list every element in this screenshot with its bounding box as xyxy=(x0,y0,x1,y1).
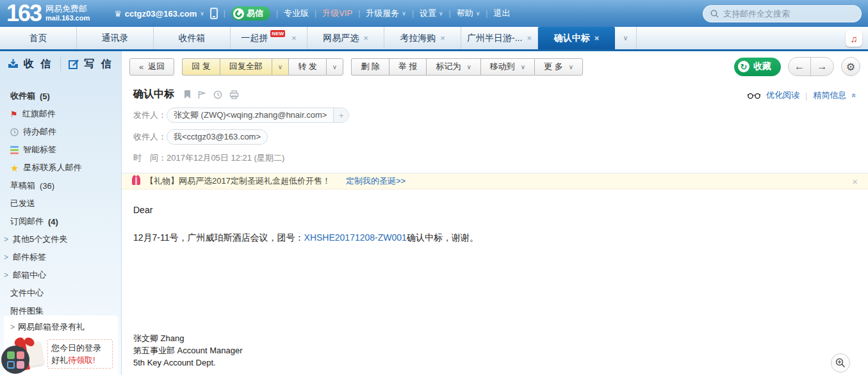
toolbar-right: ↻收藏 ← → ⚙ xyxy=(734,57,860,76)
delete-button[interactable]: 删 除 xyxy=(351,58,389,76)
tab-kaola[interactable]: 考拉海购× xyxy=(384,27,461,49)
previous-mail-button[interactable]: ← xyxy=(789,58,811,76)
folder-sent[interactable]: 已发送 xyxy=(0,195,121,213)
top-menu: 专业版 | 升级VIP | 升级服务∨ | 设置∨ | 帮助∨ | 退出 xyxy=(284,8,510,19)
yixin-label: 易信 xyxy=(247,8,263,19)
close-icon[interactable]: × xyxy=(440,33,445,43)
tab-inbox[interactable]: 收件箱 xyxy=(154,27,231,49)
header-links: 优化阅读 | 精简信息 « xyxy=(748,90,856,101)
next-mail-button[interactable]: → xyxy=(811,58,833,76)
tab-guangzhou-tour[interactable]: 广州半日游-...× xyxy=(461,27,538,49)
sidebar: 收 信 写 信 收件箱(5) ⚑红旗邮件 待办邮件 智能标签 ★星标联系人邮件 … xyxy=(0,51,122,375)
ad-link[interactable]: 定制我的圣诞>> xyxy=(346,175,405,187)
to-row: 收件人： 我<cctgz03@163.com> xyxy=(133,129,856,145)
mark-as-button[interactable]: 标记为 xyxy=(426,58,480,76)
sender-pill[interactable]: 张文卿 (ZWQ)<wqing.zhang@hnair.com> + xyxy=(167,108,349,123)
compose-pencil-icon xyxy=(69,59,79,69)
tab-yiqipin[interactable]: 一起拼NEW× xyxy=(231,27,307,49)
group-number-link[interactable]: XHSHE20171208-ZW001 xyxy=(304,232,407,243)
tab-contacts[interactable]: 通讯录 xyxy=(77,27,154,49)
mobile-phone-icon[interactable] xyxy=(210,8,218,19)
close-icon[interactable]: × xyxy=(291,33,297,43)
tab-home[interactable]: 首页 xyxy=(0,27,77,49)
menu-item-upgrade-services[interactable]: 升级服务∨ xyxy=(366,8,406,19)
star-icon: ★ xyxy=(10,163,19,173)
tab-confirm-bid-active[interactable]: 确认中标× xyxy=(538,27,615,49)
divider: | xyxy=(805,91,807,100)
clock-icon[interactable] xyxy=(213,90,222,99)
promo-text[interactable]: 您今日的登录 好礼待领取! xyxy=(47,339,113,369)
move-to-button[interactable]: 移动到 xyxy=(480,58,534,76)
prev-next-nav: ← → xyxy=(788,57,834,76)
netease-163-logo[interactable]: 163 网易免费邮 mail.163.com xyxy=(6,2,90,25)
forward-dropdown[interactable]: ∨ xyxy=(326,58,343,76)
add-contact-button[interactable]: + xyxy=(333,108,348,122)
recipient-pill[interactable]: 我<cctgz03@163.com> xyxy=(167,129,268,145)
folder-other-folders[interactable]: >其他5个文件夹 xyxy=(0,230,121,248)
folder-mail-tags[interactable]: >邮件标签 xyxy=(0,248,121,266)
compose-mail-button[interactable]: 写 信 xyxy=(61,51,121,77)
crown-icon: ♛ xyxy=(114,9,122,19)
tab-list-dropdown[interactable]: ∨ xyxy=(615,27,637,49)
folder-todo[interactable]: 待办邮件 xyxy=(0,123,121,141)
tab-yanxuan[interactable]: 网易严选× xyxy=(307,27,384,49)
signature-line: 第五事业部 Account Manager xyxy=(133,344,856,357)
account-email: cctgz03@163.com xyxy=(125,9,197,19)
optimize-reading-link[interactable]: 优化阅读 xyxy=(766,90,799,101)
topbar: 163 网易免费邮 mail.163.com ♛ cctgz03@163.com… xyxy=(0,0,868,27)
menu-item-settings[interactable]: 设置∨ xyxy=(420,8,443,19)
menu-item-logout[interactable]: 退出 xyxy=(493,8,510,19)
reply-all-button[interactable]: 回复全部 xyxy=(220,58,272,76)
forward-button[interactable]: 转 发 xyxy=(288,58,326,76)
red-flag-icon: ⚑ xyxy=(10,110,18,118)
close-icon[interactable]: × xyxy=(363,33,368,43)
chevron-right-icon: > xyxy=(4,253,8,262)
folder-red-flag[interactable]: ⚑红旗邮件 xyxy=(0,105,121,123)
back-button[interactable]: 返回 xyxy=(129,58,174,76)
reply-forward-group: 回 复 回复全部 ∨ 转 发 ∨ xyxy=(182,58,343,76)
folder-file-center[interactable]: 文件中心 xyxy=(0,284,121,302)
folder-mail-center[interactable]: >邮箱中心 xyxy=(0,266,121,284)
favorite-button[interactable]: ↻收藏 xyxy=(734,58,781,76)
menu-item-upgrade-vip[interactable]: 升级VIP xyxy=(322,8,352,19)
close-icon[interactable]: × xyxy=(527,33,532,43)
chevron-down-icon: ∨ xyxy=(439,10,443,17)
close-icon[interactable]: × xyxy=(594,33,600,43)
main-area: 收 信 写 信 收件箱(5) ⚑红旗邮件 待办邮件 智能标签 ★星标联系人邮件 … xyxy=(0,51,868,375)
reading-settings-button[interactable]: ⚙ xyxy=(841,57,860,76)
menu-item-pro[interactable]: 专业版 xyxy=(284,8,309,19)
folder-subscriptions[interactable]: 订阅邮件(4) xyxy=(0,213,121,230)
printer-icon[interactable] xyxy=(229,90,239,99)
close-icon[interactable]: × xyxy=(852,176,858,187)
bookmark-icon[interactable] xyxy=(184,90,190,99)
folder-inbox[interactable]: 收件箱(5) xyxy=(0,87,121,105)
app-grid-dot xyxy=(7,361,15,369)
more-button[interactable]: 更 多 xyxy=(534,58,583,76)
app-grid-widget[interactable] xyxy=(1,346,29,374)
search-input[interactable] xyxy=(723,9,854,19)
folder-list: 收件箱(5) ⚑红旗邮件 待办邮件 智能标签 ★星标联系人邮件 草稿箱(36) … xyxy=(0,87,121,320)
promo-title[interactable]: >网易邮箱登录有礼 xyxy=(10,321,113,333)
zoom-in-button[interactable] xyxy=(831,353,850,373)
logo-brand: 网易免费邮 xyxy=(45,4,90,14)
reply-button[interactable]: 回 复 xyxy=(182,58,220,76)
recipient-address: 我<cctgz03@163.com> xyxy=(167,130,267,144)
flag-icon[interactable] xyxy=(197,90,206,99)
mail-toolbar: 返回 回 复 回复全部 ∨ 转 发 ∨ 删 除 举 报 标记为 移动到 更 多 … xyxy=(122,51,868,81)
folder-starred-contacts[interactable]: ★星标联系人邮件 xyxy=(0,159,121,177)
music-player-button[interactable]: ♫ xyxy=(846,30,862,47)
report-button[interactable]: 举 报 xyxy=(389,58,427,76)
signature-line: 张文卿 Zhang xyxy=(133,332,856,344)
menu-item-help[interactable]: 帮助∨ xyxy=(457,8,480,19)
chevron-up-double-icon[interactable]: « xyxy=(850,93,859,98)
yixin-button[interactable]: 易信 xyxy=(231,6,270,20)
gift-icon xyxy=(132,177,140,185)
reply-all-dropdown[interactable]: ∨ xyxy=(272,58,288,76)
mail-search-box[interactable] xyxy=(703,5,862,22)
account-menu[interactable]: ♛ cctgz03@163.com ∨ xyxy=(114,9,204,19)
simplify-info-link[interactable]: 精简信息 xyxy=(813,90,846,101)
folder-drafts[interactable]: 草稿箱(36) xyxy=(0,177,121,195)
folder-smart-tags[interactable]: 智能标签 xyxy=(0,141,121,159)
receive-mail-button[interactable]: 收 信 xyxy=(0,51,60,77)
ad-text: 【礼物】网易严选2017定制圣诞礼盒超低价开售！ xyxy=(145,175,331,187)
